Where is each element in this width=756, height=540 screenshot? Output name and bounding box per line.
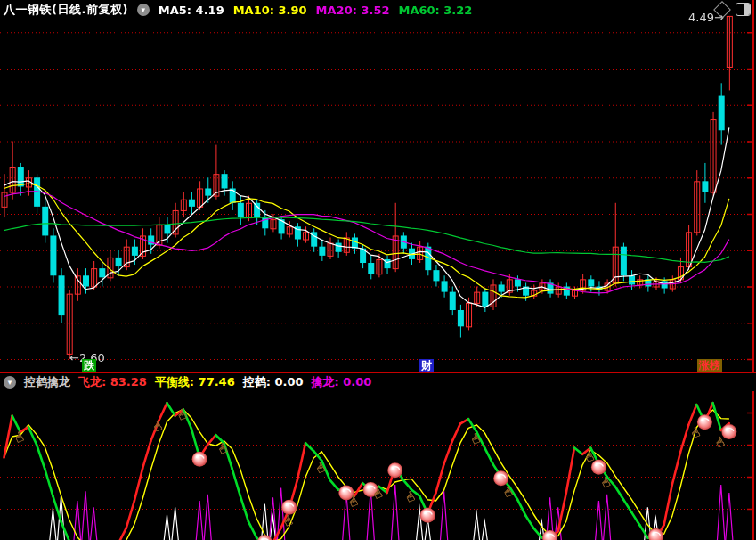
corner-toolbar	[716, 3, 751, 16]
pingheng-value: 平衡线: 77.46	[155, 374, 235, 390]
ma10-legend: MA10: 3.90	[233, 4, 307, 17]
diamond-icon[interactable]	[713, 1, 731, 19]
chevron-down-circle-icon[interactable]: ▾	[137, 4, 150, 16]
main-chart-header: 八一钢铁(日线.前复权) ▾ MA5: 4.19 MA10: 3.90 MA20…	[0, 0, 756, 20]
indicator-name: 控鹤擒龙	[24, 374, 70, 390]
ma5-legend: MA5: 4.19	[159, 4, 224, 17]
feilong-value: 飞龙: 83.28	[78, 374, 147, 390]
stock-title: 八一钢铁(日线.前复权)	[4, 2, 128, 18]
qinlong-value: 擒龙: 0.00	[312, 374, 372, 390]
left-arrow-icon: ←	[69, 351, 79, 364]
trading-terminal-window: 八一钢铁(日线.前复权) ▾ MA5: 4.19 MA10: 3.90 MA20…	[0, 0, 756, 540]
badge-zhangbang[interactable]: 涨榜	[697, 359, 722, 372]
main-chart-canvas[interactable]	[0, 14, 756, 372]
indicator-header: ▾ 控鹤擒龙 飞龙: 83.28 平衡线: 77.46 控鹤: 0.00 擒龙:…	[0, 372, 756, 391]
ma60-legend: MA60: 3.22	[399, 4, 473, 17]
chart-right-border	[752, 0, 754, 540]
konghe-value: 控鹤: 0.00	[243, 374, 304, 390]
badge-cai[interactable]: 财	[419, 359, 434, 372]
ma20-legend: MA20: 3.52	[316, 4, 390, 17]
indicator-chart-canvas[interactable]	[0, 392, 756, 540]
badge-die[interactable]: 跌	[82, 359, 96, 372]
chevron-down-circle-icon[interactable]: ▾	[4, 376, 16, 389]
split-panel-icon[interactable]	[736, 3, 751, 16]
